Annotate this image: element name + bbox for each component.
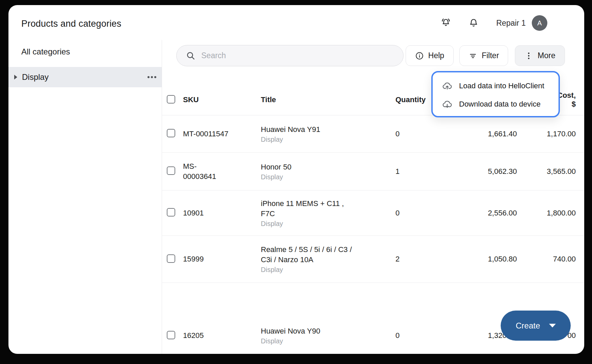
- cell-sku: 16205: [183, 331, 261, 341]
- create-button[interactable]: Create: [501, 311, 571, 341]
- menu-item-load-data[interactable]: Load data into HelloClient: [433, 77, 559, 95]
- cell-title: Realme 5 / 5S / 5i / 6i / C3 / C3i / Nar…: [261, 245, 395, 274]
- create-button-label: Create: [516, 321, 540, 331]
- column-header-title[interactable]: Title: [261, 95, 395, 104]
- cell-title: iPhone 11 MEMS + C11 , F7C Display: [261, 199, 395, 228]
- products-table: SKU Title Quantity Cost, $ MT-00011547 H…: [162, 85, 584, 345]
- sidebar-item-all-categories[interactable]: All categories: [21, 47, 70, 56]
- cell-sku: 15999: [183, 254, 261, 264]
- sidebar-item-label: Display: [22, 72, 49, 82]
- toolbar: Help Filter More: [162, 45, 584, 66]
- row-checkbox[interactable]: [167, 166, 175, 175]
- search-input[interactable]: [201, 51, 397, 60]
- cell-cost: 740.00: [517, 254, 576, 264]
- product-category: Display: [261, 173, 395, 181]
- chevron-down-icon: [549, 324, 556, 327]
- row-checkbox[interactable]: [167, 254, 175, 263]
- row-checkbox[interactable]: [167, 208, 175, 217]
- cell-title: Huawei Nova Y90 Display: [261, 326, 395, 345]
- filter-icon: [469, 51, 477, 60]
- more-button-label: More: [538, 51, 555, 60]
- product-title: Huawei Nova Y90: [261, 326, 395, 336]
- cell-quantity: 1: [395, 166, 476, 177]
- cell-cost: 3,565.00: [517, 166, 576, 177]
- menu-item-label: Download data to device: [459, 100, 541, 109]
- cell-sku: MT-00011547: [183, 129, 261, 139]
- column-header-sku[interactable]: SKU: [183, 95, 261, 104]
- cell-title: Huawei Nova Y91 Display: [261, 124, 395, 143]
- cell-price: 5,062.30: [476, 166, 517, 177]
- product-category: Display: [261, 220, 395, 228]
- cell-price: 2,556.00: [476, 208, 517, 218]
- item-menu-icon[interactable]: [147, 76, 156, 78]
- expand-arrow-icon[interactable]: [14, 75, 17, 79]
- filter-button[interactable]: Filter: [459, 45, 508, 66]
- filter-button-label: Filter: [482, 51, 499, 60]
- cell-sku: 10901: [183, 208, 261, 218]
- help-button[interactable]: Help: [406, 45, 454, 66]
- more-button[interactable]: More: [515, 45, 565, 66]
- menu-item-label: Load data into HelloClient: [459, 82, 544, 90]
- cell-quantity: 0: [395, 331, 476, 341]
- table-row[interactable]: 10901 iPhone 11 MEMS + C11 , F7C Display…: [162, 190, 584, 236]
- cell-sku: MS- 00003641: [183, 161, 261, 182]
- product-title: iPhone 11 MEMS + C11 , F7C: [261, 199, 395, 219]
- cloud-upload-icon: [442, 81, 452, 91]
- main-content: Help Filter More SKU Title: [162, 5, 584, 354]
- app-window: Products and categories Repair 1 A All c…: [8, 5, 584, 354]
- cell-quantity: 0: [395, 208, 476, 218]
- help-button-label: Help: [428, 51, 444, 60]
- row-checkbox[interactable]: [167, 129, 175, 137]
- cell-cost: 1,170.00: [517, 129, 576, 139]
- search-input-container[interactable]: [176, 45, 404, 66]
- product-title: Honor 50: [261, 162, 395, 172]
- product-title: Huawei Nova Y91: [261, 124, 395, 135]
- cell-quantity: 0: [395, 129, 476, 139]
- page-title: Products and categories: [21, 19, 121, 29]
- cell-title: Honor 50 Display: [261, 162, 395, 181]
- table-row[interactable]: MS- 00003641 Honor 50 Display 1 5,062.30…: [162, 153, 584, 190]
- menu-item-download-data[interactable]: Download data to device: [433, 95, 559, 113]
- info-icon: [415, 51, 424, 60]
- table-row[interactable]: 15999 Realme 5 / 5S / 5i / 6i / C3 / C3i…: [162, 236, 584, 283]
- cell-quantity: 2: [395, 254, 476, 264]
- product-category: Display: [261, 136, 395, 143]
- cell-price: 1,661.40: [476, 129, 517, 139]
- kebab-menu-icon: [524, 51, 533, 60]
- select-all-checkbox[interactable]: [167, 95, 175, 104]
- search-icon: [186, 51, 195, 60]
- product-category: Display: [261, 266, 395, 274]
- cloud-download-icon: [442, 99, 452, 109]
- row-checkbox[interactable]: [167, 331, 175, 339]
- sidebar-item-display[interactable]: Display: [8, 67, 162, 87]
- cell-cost: 1,800.00: [517, 208, 576, 218]
- table-row[interactable]: MT-00011547 Huawei Nova Y91 Display 0 1,…: [162, 115, 584, 153]
- product-category: Display: [261, 337, 395, 345]
- product-title: Realme 5 / 5S / 5i / 6i / C3 / C3i / Nar…: [261, 245, 395, 265]
- more-menu: Load data into HelloClient Download data…: [431, 71, 560, 117]
- cell-price: 1,050.80: [476, 254, 517, 264]
